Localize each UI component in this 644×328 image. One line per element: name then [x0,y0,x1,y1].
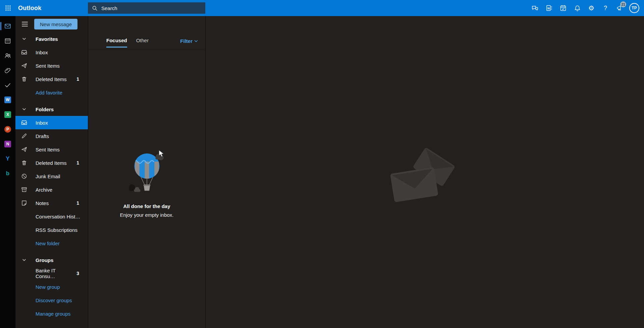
bell-icon [574,5,581,12]
search-input[interactable] [101,5,201,11]
folder-item-deleted-favorite[interactable]: Deleted Items 1 [15,72,88,86]
rail-attachments-button[interactable] [0,63,15,78]
help-button[interactable]: ? [598,0,612,16]
chat-button[interactable] [528,0,542,16]
app-title: Outlook [18,5,41,12]
folder-item-conversation-history[interactable]: Conversation Hist… [15,210,88,223]
hot-air-balloon-illustration [123,152,170,195]
gear-icon: ⚙ [588,5,594,11]
rail-onenote-button[interactable]: N [0,137,15,151]
my-day-calendar-check-icon [559,4,567,12]
folder-item-label: Deleted Items [36,160,67,166]
folder-item-junk[interactable]: Junk Email [15,170,88,183]
folder-pane: New message Favorites Inbox Sent Items [15,16,88,328]
app-launcher-button[interactable] [0,0,16,16]
discover-groups-button[interactable]: Discover groups [15,293,88,307]
folder-item-label: Archive [36,187,52,193]
send-icon [21,62,28,69]
new-folder-button[interactable]: New folder [15,237,88,250]
trash-icon [21,76,28,82]
folder-item-sent[interactable]: Sent Items [15,143,88,156]
top-bar: Outlook N [0,0,644,16]
new-message-button[interactable]: New message [34,19,77,29]
folder-item-label: Inbox [36,120,48,126]
rail-word-button[interactable]: W [0,92,15,107]
whats-new-button[interactable]: 21 [612,0,627,16]
folder-item-deleted[interactable]: Deleted Items 1 [15,156,88,170]
section-header-folders[interactable]: Folders [15,103,88,116]
folder-item-drafts[interactable]: Drafts [15,129,88,143]
section-header-groups[interactable]: Groups [15,253,88,267]
app-rail: W X P N Y b [0,16,15,328]
rail-yammer-button[interactable]: Y [0,151,15,166]
group-item-banke[interactable]: Banke IT Consu… 3 [15,267,88,280]
search-icon [92,5,98,11]
envelopes-illustration [388,146,462,210]
collapse-pane-button[interactable] [19,18,31,30]
trash-icon [21,159,28,166]
reading-pane [206,16,644,328]
inbox-icon [21,119,28,126]
section-label: Folders [36,107,54,112]
manage-groups-button[interactable]: Manage groups [15,307,88,320]
folder-item-label: Conversation Hist… [36,214,80,219]
rail-excel-button[interactable]: X [0,107,15,122]
onenote-feed-button[interactable]: N [542,0,556,16]
topbar-actions: N ⚙ ? 21 [528,0,644,16]
unread-count: 3 [76,271,79,276]
rail-calendar-button[interactable] [0,34,15,48]
tab-other[interactable]: Other [136,38,149,48]
send-icon [21,146,28,153]
rail-todo-button[interactable] [0,78,15,92]
notifications-button[interactable] [570,0,584,16]
excel-icon: X [4,111,11,118]
paperclip-icon [4,67,11,74]
folder-item-sent-favorite[interactable]: Sent Items [15,59,88,72]
folder-item-label: Drafts [36,133,49,139]
archive-icon [21,186,28,193]
settings-button[interactable]: ⚙ [584,0,598,16]
folder-item-label: Sent Items [36,147,60,152]
word-icon: W [4,96,11,103]
folder-item-label: RSS Subscriptions [36,227,77,233]
mail-icon [4,22,11,30]
empty-state-subtitle: Enjoy your empty inbox. [88,212,205,218]
people-icon [4,52,11,59]
folder-item-inbox[interactable]: Inbox [15,116,88,129]
folder-item-archive[interactable]: Archive [15,183,88,196]
add-favorite-button[interactable]: Add favorite [15,86,88,99]
chevron-down-icon [21,37,28,41]
rail-bookings-button[interactable]: b [0,166,15,181]
section-header-favorites[interactable]: Favorites [15,32,88,46]
account-avatar[interactable]: TP [629,3,639,13]
chevron-down-icon [21,258,28,262]
message-list-pane: Focused Other Filter [88,16,206,328]
pencil-icon [21,133,28,139]
empty-inbox-state: All done for the day Enjoy your empty in… [88,50,205,218]
help-icon: ? [604,5,607,11]
block-icon [21,173,28,180]
onenote-icon: N [4,141,11,147]
filter-button[interactable]: Filter [180,38,198,44]
new-group-button[interactable]: New group [15,280,88,293]
powerpoint-icon: P [4,126,11,133]
rail-mail-button[interactable] [0,19,15,34]
folder-item-label: Deleted Items [36,76,67,82]
folder-item-label: Junk Email [36,174,60,179]
onenote-feed-icon: N [545,4,553,12]
folder-item-label: Notes [36,200,49,206]
group-item-label: Banke IT Consu… [36,268,76,279]
folder-item-notes[interactable]: Notes 1 [15,196,88,210]
rail-people-button[interactable] [0,48,15,63]
search-box[interactable] [88,2,205,14]
inbox-icon [21,49,28,56]
folder-item-label: Inbox [36,50,48,55]
unread-count: 1 [76,200,79,206]
my-day-button[interactable] [556,0,570,16]
folder-item-rss[interactable]: RSS Subscriptions [15,223,88,237]
tab-focused[interactable]: Focused [106,38,127,48]
rail-powerpoint-button[interactable]: P [0,122,15,137]
chat-icon [531,4,539,12]
unread-count: 1 [76,160,79,166]
folder-item-inbox-favorite[interactable]: Inbox [15,46,88,59]
